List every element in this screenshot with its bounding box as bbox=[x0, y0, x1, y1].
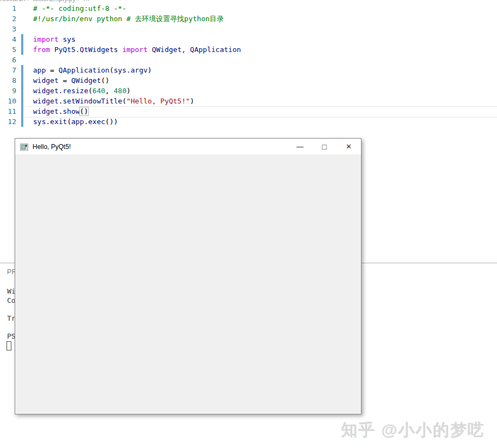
window-title: Hello, PyQt5! bbox=[33, 143, 71, 151]
line-number: 1 bbox=[0, 3, 16, 14]
code-line-1[interactable]: 1# -*- coding:utf-8 -*- bbox=[0, 3, 497, 14]
modified-gutter-indicator bbox=[21, 116, 23, 127]
code-text: from PyQt5.QtWidgets import QWidget, QAp… bbox=[33, 44, 241, 55]
line-number: 8 bbox=[0, 75, 16, 86]
maximize-icon: □ bbox=[322, 142, 326, 151]
code-line-5[interactable]: 5from PyQt5.QtWidgets import QWidget, QA… bbox=[0, 44, 497, 55]
modified-gutter-indicator bbox=[21, 34, 23, 44]
code-line-9[interactable]: 9widget.resize(640, 480) bbox=[0, 86, 497, 96]
code-line-7[interactable]: 7app = QApplication(sys.argv) bbox=[0, 65, 497, 75]
line-number: 6 bbox=[0, 55, 16, 65]
code-line-6[interactable]: 6 bbox=[0, 55, 497, 65]
close-icon: ✕ bbox=[346, 142, 352, 151]
code-line-10[interactable]: 10widget.setWindowTitle("Hello, PyQt5!") bbox=[0, 96, 497, 106]
code-line-2[interactable]: 2#!/usr/bin/env python # 去环境设置寻找python目录 bbox=[0, 14, 497, 24]
line-number: 12 bbox=[0, 116, 16, 127]
code-line-11[interactable]: 11widget.show() bbox=[0, 106, 497, 116]
window-controls: — □ ✕ bbox=[288, 139, 361, 154]
modified-gutter-indicator bbox=[21, 65, 23, 75]
app-icon bbox=[20, 143, 28, 150]
qt-window-titlebar[interactable]: Hello, PyQt5! — □ ✕ bbox=[15, 139, 361, 154]
code-line-8[interactable]: 8widget = QWidget() bbox=[0, 75, 497, 86]
breadcrumb-text: research > testerEmpty.py > … bbox=[0, 0, 228, 3]
watermark: 知乎 @小小的梦呓 bbox=[341, 419, 485, 441]
qt-window[interactable]: Hello, PyQt5! — □ ✕ bbox=[15, 138, 362, 414]
breadcrumb[interactable]: research > testerEmpty.py > … bbox=[0, 0, 228, 3]
line-number: 11 bbox=[0, 106, 16, 116]
code-line-4[interactable]: 4import sys bbox=[0, 34, 497, 44]
screenshot-root: research > testerEmpty.py > … 1# -*- cod… bbox=[0, 0, 497, 448]
code-text: widget.show() bbox=[33, 106, 88, 116]
code-line-12[interactable]: 12sys.exit(app.exec()) bbox=[0, 116, 497, 127]
code-text: widget.resize(640, 480) bbox=[33, 86, 131, 96]
line-number: 9 bbox=[0, 86, 16, 96]
line-number: 7 bbox=[0, 65, 16, 75]
code-text: widget = QWidget() bbox=[33, 75, 109, 86]
code-text: import sys bbox=[33, 34, 75, 44]
line-number: 4 bbox=[0, 34, 16, 44]
code-editor[interactable]: 1# -*- coding:utf-8 -*-2#!/usr/bin/env p… bbox=[0, 3, 497, 127]
code-text: #!/usr/bin/env python # 去环境设置寻找python目录 bbox=[33, 14, 224, 24]
line-number: 3 bbox=[0, 24, 16, 34]
minimize-button[interactable]: — bbox=[288, 139, 312, 154]
line-number: 2 bbox=[0, 14, 16, 24]
code-text: # -*- coding:utf-8 -*- bbox=[33, 3, 126, 14]
maximize-button[interactable]: □ bbox=[312, 139, 337, 154]
code-text: widget.setWindowTitle("Hello, PyQt5!") bbox=[33, 96, 194, 106]
modified-gutter-indicator bbox=[21, 96, 23, 106]
line-number: 5 bbox=[0, 44, 16, 55]
modified-gutter-indicator bbox=[21, 75, 23, 86]
code-line-3[interactable]: 3 bbox=[0, 24, 497, 34]
code-text: sys.exit(app.exec()) bbox=[33, 116, 118, 127]
terminal-cursor bbox=[7, 341, 11, 350]
qt-window-client-area bbox=[15, 154, 361, 414]
line-number: 10 bbox=[0, 96, 16, 106]
code-text: app = QApplication(sys.argv) bbox=[33, 65, 152, 75]
close-button[interactable]: ✕ bbox=[337, 139, 361, 154]
modified-gutter-indicator bbox=[21, 106, 23, 116]
modified-gutter-indicator bbox=[21, 86, 23, 96]
modified-gutter-indicator bbox=[21, 44, 23, 55]
minimize-icon: — bbox=[296, 142, 304, 151]
